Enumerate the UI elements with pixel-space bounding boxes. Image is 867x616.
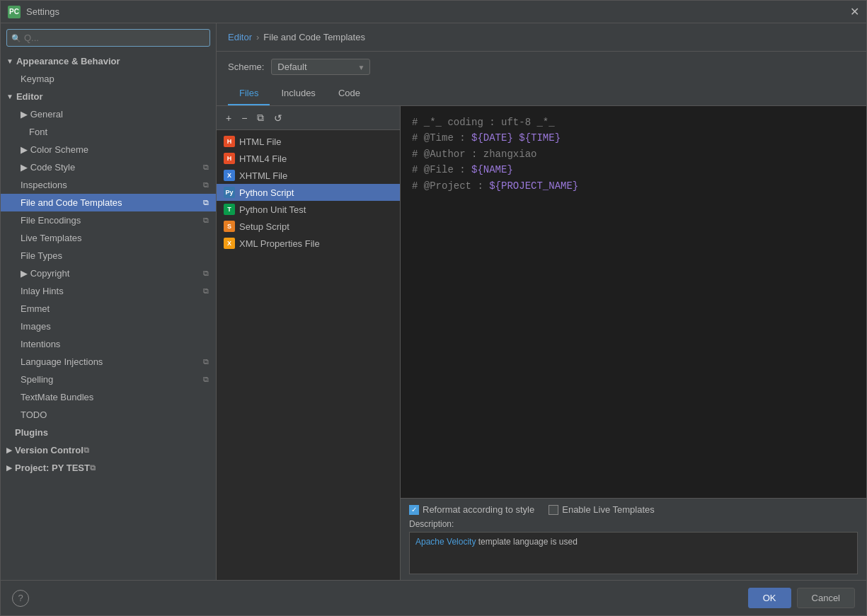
- sidebar-item-images[interactable]: Images: [1, 318, 216, 335]
- sidebar-label-spelling: Spelling: [21, 374, 53, 385]
- sidebar-item-language-injections[interactable]: Language Injections ⧉: [1, 353, 216, 371]
- expand-arrow-editor: ▼: [6, 93, 13, 100]
- live-templates-checkbox[interactable]: [549, 505, 558, 515]
- code-comment-3: # @Author : zhangxiao: [412, 146, 536, 162]
- sidebar-item-file-encodings[interactable]: File Encodings ⧉: [1, 211, 216, 229]
- sidebar-item-file-types[interactable]: File Types: [1, 247, 216, 265]
- bottom-options: ✓ Reformat according to style Enable Liv…: [401, 498, 866, 580]
- sidebar-label-file-types: File Types: [21, 250, 62, 261]
- code-line-1: # _*_ coding : uft-8 _*_: [412, 115, 855, 130]
- copy-template-button[interactable]: ⧉: [253, 110, 268, 125]
- sidebar-item-editor[interactable]: ▼ Editor: [1, 88, 216, 105]
- sidebar-label-intentions: Intentions: [21, 339, 60, 349]
- file-item-setup-script[interactable]: S Setup Script: [217, 218, 400, 235]
- file-item-python-script[interactable]: Py Python Script: [217, 184, 400, 201]
- sidebar-item-inspections[interactable]: Inspections ⧉: [1, 176, 216, 194]
- sidebar-item-general[interactable]: ▶ General: [1, 105, 216, 123]
- copy-icon-spelling: ⧉: [203, 375, 209, 384]
- sidebar-item-intentions[interactable]: Intentions: [1, 335, 216, 353]
- sidebar-item-project[interactable]: ▶ Project: PY TEST ⧉: [1, 459, 216, 477]
- sidebar-label-copyright: ▶ Copyright: [21, 268, 69, 279]
- file-item-xml-properties[interactable]: X XML Properties File: [217, 235, 400, 252]
- sidebar-item-live-templates[interactable]: Live Templates: [1, 229, 216, 247]
- sidebar-item-plugins[interactable]: ▶ Plugins: [1, 424, 216, 441]
- code-var-datetime: ${DATE} ${TIME}: [471, 130, 561, 146]
- sidebar-item-version-control[interactable]: ▶ Version Control ⧉: [1, 441, 216, 459]
- file-item-python-unit-test[interactable]: T Python Unit Test: [217, 201, 400, 218]
- sidebar-item-file-code-templates[interactable]: File and Code Templates ⧉: [1, 194, 216, 211]
- copy-icon-version-control: ⧉: [84, 446, 89, 455]
- ok-button[interactable]: OK: [748, 588, 791, 608]
- code-var-project: ${PROJECT_NAME}: [489, 178, 578, 194]
- help-button[interactable]: ?: [12, 590, 29, 607]
- copy-icon-code-style: ⧉: [203, 163, 209, 172]
- tab-includes[interactable]: Includes: [270, 82, 326, 105]
- scheme-label: Scheme:: [228, 62, 264, 72]
- sidebar-item-textmate-bundles[interactable]: TextMate Bundles: [1, 388, 216, 406]
- sidebar-label-emmet: Emmet: [21, 303, 50, 314]
- setup-script-icon: S: [224, 221, 235, 232]
- sidebar-item-font[interactable]: Font: [1, 123, 216, 141]
- copy-icon-file-code-templates: ⧉: [203, 198, 209, 207]
- reformat-checkbox-item[interactable]: ✓ Reformat according to style: [409, 504, 534, 515]
- sidebar-label-live-templates: Live Templates: [21, 233, 81, 243]
- reset-template-button[interactable]: ↺: [270, 110, 286, 125]
- checkbox-row: ✓ Reformat according to style Enable Liv…: [409, 504, 858, 515]
- breadcrumb: Editor › File and Code Templates: [217, 23, 866, 52]
- sidebar-label-general: ▶ General: [21, 109, 63, 120]
- code-editor[interactable]: # _*_ coding : uft-8 _*_ # @Time : ${DAT…: [401, 106, 866, 498]
- sidebar-item-appearance[interactable]: ▼ Appearance & Behavior: [1, 52, 216, 70]
- sidebar-label-code-style: ▶ Code Style: [21, 162, 75, 173]
- cancel-button[interactable]: Cancel: [797, 588, 855, 608]
- xhtml-file-icon: X: [224, 170, 235, 181]
- live-templates-checkbox-item[interactable]: Enable Live Templates: [549, 504, 655, 515]
- reformat-label: Reformat according to style: [423, 504, 534, 515]
- sidebar-label-inlay-hints: Inlay Hints: [21, 286, 64, 296]
- file-list-panel: + − ⧉ ↺ H HTML File H HTML4 File: [217, 106, 401, 580]
- sidebar-item-todo[interactable]: TODO: [1, 406, 216, 424]
- search-input[interactable]: [6, 29, 210, 47]
- sidebar-item-code-style[interactable]: ▶ Code Style ⧉: [1, 158, 216, 176]
- main-content: 🔍 ▼ Appearance & Behavior Keymap ▼ Edito…: [1, 23, 866, 580]
- sidebar-label-file-code-templates: File and Code Templates: [21, 197, 122, 208]
- search-box: 🔍: [6, 29, 210, 47]
- python-script-icon: Py: [224, 187, 235, 198]
- code-area: # _*_ coding : uft-8 _*_ # @Time : ${DAT…: [401, 106, 866, 580]
- remove-template-button[interactable]: −: [238, 110, 251, 125]
- footer: ? OK Cancel: [1, 580, 866, 615]
- copy-icon-language-injections: ⧉: [203, 357, 209, 366]
- sidebar-item-color-scheme[interactable]: ▶ Color Scheme: [1, 141, 216, 158]
- description-link[interactable]: Apache Velocity: [415, 537, 476, 547]
- code-line-2: # @Time : ${DATE} ${TIME}: [412, 130, 855, 146]
- file-item-html4[interactable]: H HTML4 File: [217, 150, 400, 167]
- reformat-checkbox[interactable]: ✓: [409, 505, 419, 515]
- scheme-select[interactable]: Default Project: [271, 59, 370, 75]
- split-area: + − ⧉ ↺ H HTML File H HTML4 File: [217, 106, 866, 580]
- file-item-html[interactable]: H HTML File: [217, 133, 400, 150]
- sidebar-item-keymap[interactable]: Keymap: [1, 70, 216, 88]
- tab-code[interactable]: Code: [327, 82, 372, 105]
- sidebar-item-inlay-hints[interactable]: Inlay Hints ⧉: [1, 282, 216, 300]
- app-icon: PC: [8, 6, 21, 18]
- code-line-3: # @Author : zhangxiao: [412, 146, 855, 162]
- breadcrumb-current: File and Code Templates: [263, 32, 365, 42]
- description-box: Apache Velocity template language is use…: [409, 532, 858, 574]
- expand-arrow-version-control: ▶: [6, 446, 12, 454]
- add-template-button[interactable]: +: [222, 110, 235, 125]
- close-button[interactable]: ✕: [850, 5, 859, 18]
- file-item-xhtml[interactable]: X XHTML File: [217, 167, 400, 184]
- breadcrumb-parent[interactable]: Editor: [228, 32, 252, 42]
- code-comment-4: # @File :: [412, 162, 471, 178]
- sidebar-label-plugins: Plugins: [15, 427, 48, 438]
- sidebar-item-copyright[interactable]: ▶ Copyright ⧉: [1, 265, 216, 282]
- settings-window: PC Settings ✕ 🔍 ▼ Appearance & Behavior …: [0, 0, 867, 616]
- sidebar-item-spelling[interactable]: Spelling ⧉: [1, 371, 216, 388]
- copy-icon-inlay-hints: ⧉: [203, 286, 209, 296]
- copy-icon-project: ⧉: [90, 463, 96, 472]
- sidebar-label-font: Font: [29, 127, 47, 137]
- tab-files[interactable]: Files: [228, 82, 270, 105]
- sidebar-item-emmet[interactable]: Emmet: [1, 300, 216, 318]
- sidebar-label-color-scheme: ▶ Color Scheme: [21, 144, 88, 155]
- sidebar-label-textmate-bundles: TextMate Bundles: [21, 392, 93, 402]
- live-templates-label: Enable Live Templates: [562, 504, 655, 515]
